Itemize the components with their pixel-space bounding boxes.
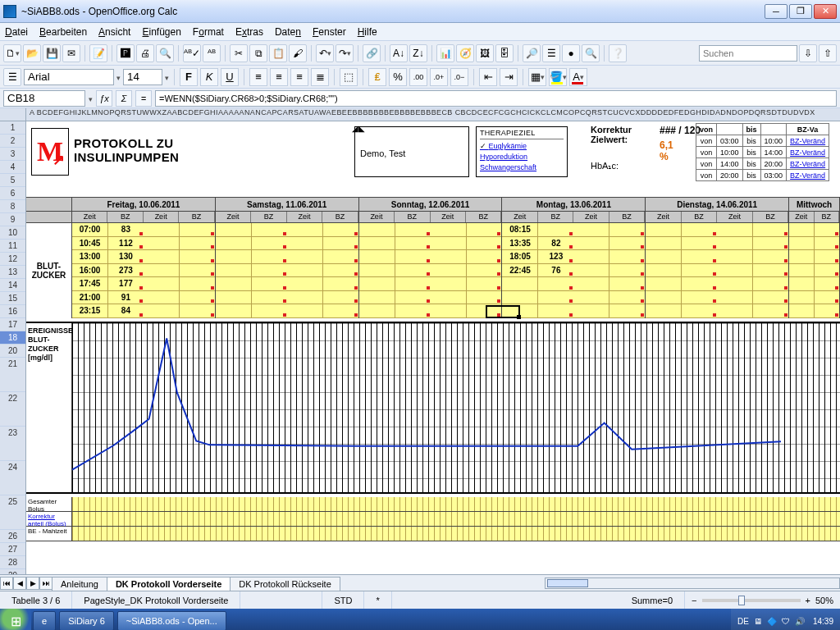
currency-button[interactable]: ₤: [368, 68, 386, 86]
menu-format[interactable]: Format: [193, 26, 224, 38]
preview-button[interactable]: 🔍: [156, 44, 174, 62]
inc-indent-button[interactable]: ⇥: [500, 68, 518, 86]
record-macro-button[interactable]: ●: [562, 44, 580, 62]
tray-clock[interactable]: 14:39: [813, 617, 833, 626]
save-button[interactable]: 💾: [43, 44, 61, 62]
horizontal-scrollbar[interactable]: [545, 578, 840, 589]
add-decimal-button[interactable]: .0+: [430, 68, 448, 86]
edit-doc-button[interactable]: 📝: [89, 44, 107, 62]
percent-button[interactable]: %: [389, 68, 407, 86]
start-button[interactable]: ⊞: [0, 609, 31, 630]
navigator-button[interactable]: 🧭: [456, 44, 474, 62]
tray-icon[interactable]: 🛡: [782, 617, 790, 626]
zoom-slider[interactable]: −+ 50%: [685, 596, 840, 605]
merge-cells-button[interactable]: ⬚: [340, 68, 358, 86]
font-name-dropdown[interactable]: [116, 72, 121, 82]
tab-next[interactable]: ▶: [26, 577, 39, 590]
del-decimal-button[interactable]: .0−: [450, 68, 468, 86]
sheet-tab-rueckseite[interactable]: DK Protokoll Rückseite: [230, 577, 340, 591]
help-button[interactable]: ❔: [609, 44, 627, 62]
find-toolbar-input[interactable]: [699, 45, 797, 62]
export-pdf-button[interactable]: 🅿: [116, 44, 135, 62]
quicklaunch-ie[interactable]: e: [33, 611, 56, 630]
fontcolor-button[interactable]: A: [569, 68, 587, 86]
formula-input[interactable]: [155, 90, 837, 107]
font-size-dropdown[interactable]: [165, 72, 169, 82]
tab-prev[interactable]: ◀: [13, 577, 26, 590]
sort-desc-button[interactable]: Z↓: [409, 44, 427, 62]
font-size-input[interactable]: [123, 69, 162, 85]
menu-einfuegen[interactable]: Einfügen: [142, 26, 180, 38]
menu-fenster[interactable]: Fenster: [313, 26, 346, 38]
status-pagestyle[interactable]: PageStyle_DK Protokoll Vorderseite: [72, 591, 240, 609]
redo-button[interactable]: ↷: [336, 44, 354, 62]
name-box-dropdown[interactable]: [89, 94, 93, 103]
number-std-button[interactable]: .00: [409, 68, 427, 86]
find-replace-button[interactable]: 🔎: [523, 44, 541, 62]
close-button[interactable]: ✕: [814, 4, 837, 19]
cell-canvas[interactable]: M PROTOKOLL ZU INSULINPUMPEN ◢◣ Demo, Te…: [26, 121, 840, 574]
cut-button[interactable]: ✂: [230, 44, 248, 62]
find-prev-button[interactable]: ⇩: [799, 44, 817, 62]
menu-ansicht[interactable]: Ansicht: [98, 26, 130, 38]
therapy-item-2[interactable]: Schwangerschaft: [480, 162, 564, 173]
find-next-button[interactable]: ⇧: [819, 44, 837, 62]
gallery-button[interactable]: 🖼: [476, 44, 494, 62]
menu-datei[interactable]: Datei: [5, 26, 28, 38]
datasources-button[interactable]: 🗄: [495, 44, 514, 62]
dec-indent-button[interactable]: ⇤: [479, 68, 497, 86]
align-right-button[interactable]: ≡: [290, 68, 308, 86]
equals-button[interactable]: =: [135, 90, 152, 107]
row-headers[interactable]: 1234568910111213141516171820212223242526…: [0, 121, 26, 574]
chart-button[interactable]: 📊: [436, 44, 454, 62]
hyperlink-button[interactable]: 🔗: [363, 44, 381, 62]
function-wizard-button[interactable]: ƒx: [96, 90, 112, 107]
align-center-button[interactable]: ≡: [270, 68, 288, 86]
column-headers[interactable]: A BCDEFGHIJKLMNOPQRSTUWWXZAABCDEFGHIAAAA…: [0, 108, 840, 121]
taskbar-app-sidiary[interactable]: SiDiary 6: [59, 611, 114, 630]
autospell-button[interactable]: ᴬᴮ: [203, 44, 221, 62]
therapy-item-1[interactable]: Hyporeduktion: [480, 152, 564, 162]
italic-button[interactable]: K: [200, 68, 218, 86]
align-left-button[interactable]: ≡: [249, 68, 267, 86]
system-tray[interactable]: DE 🖥 🔷 🛡 🔊 14:39: [731, 609, 840, 630]
menu-bearbeiten[interactable]: Bearbeiten: [39, 26, 87, 38]
new-button[interactable]: 🗋: [3, 44, 21, 62]
menu-hilfe[interactable]: Hilfe: [358, 26, 377, 38]
tray-volume-icon[interactable]: 🔊: [795, 617, 805, 626]
undo-button[interactable]: ↶: [316, 44, 334, 62]
sheet-tab-vorderseite[interactable]: DK Protokoll Vorderseite: [107, 577, 231, 591]
menu-daten[interactable]: Daten: [275, 26, 301, 38]
align-justify-button[interactable]: ≣: [311, 68, 329, 86]
borders-button[interactable]: ▦: [528, 68, 546, 86]
tray-lang[interactable]: DE: [737, 617, 749, 626]
name-box[interactable]: [3, 90, 85, 107]
tray-icon[interactable]: 🖥: [754, 617, 762, 626]
paste-button[interactable]: 📋: [269, 44, 287, 62]
maximize-button[interactable]: ❐: [789, 4, 812, 19]
headings-button[interactable]: ☰: [542, 44, 560, 62]
font-name-input[interactable]: [24, 69, 114, 85]
open-button[interactable]: 📂: [23, 44, 41, 62]
bold-button[interactable]: F: [180, 68, 198, 86]
tab-first[interactable]: ⏮: [0, 577, 13, 590]
copy-button[interactable]: ⧉: [249, 44, 267, 62]
menu-extras[interactable]: Extras: [235, 26, 263, 38]
sum-button[interactable]: Σ: [116, 90, 132, 107]
sheet-tab-anleitung[interactable]: Anleitung: [52, 577, 107, 591]
spellcheck-button[interactable]: ᴬᴮ✓: [183, 44, 201, 62]
underline-button[interactable]: U: [221, 68, 239, 86]
bgcolor-button[interactable]: 🪣: [549, 68, 567, 86]
styles-button[interactable]: ☰: [3, 68, 21, 86]
format-paint-button[interactable]: 🖌: [289, 44, 307, 62]
print-button[interactable]: 🖨: [136, 44, 154, 62]
sort-asc-button[interactable]: A↓: [390, 44, 408, 62]
tray-icon[interactable]: 🔷: [767, 617, 777, 626]
tab-last[interactable]: ⏭: [39, 577, 52, 590]
taskbar-app-calc[interactable]: ~SiABB8.ods - Open...: [117, 611, 226, 630]
zoom-button[interactable]: 🔍: [582, 44, 600, 62]
status-sum[interactable]: Summe=0: [620, 591, 685, 609]
mail-button[interactable]: ✉: [62, 44, 80, 62]
minimize-button[interactable]: ─: [765, 4, 788, 19]
therapy-item-0[interactable]: Euglykämie: [480, 141, 564, 152]
